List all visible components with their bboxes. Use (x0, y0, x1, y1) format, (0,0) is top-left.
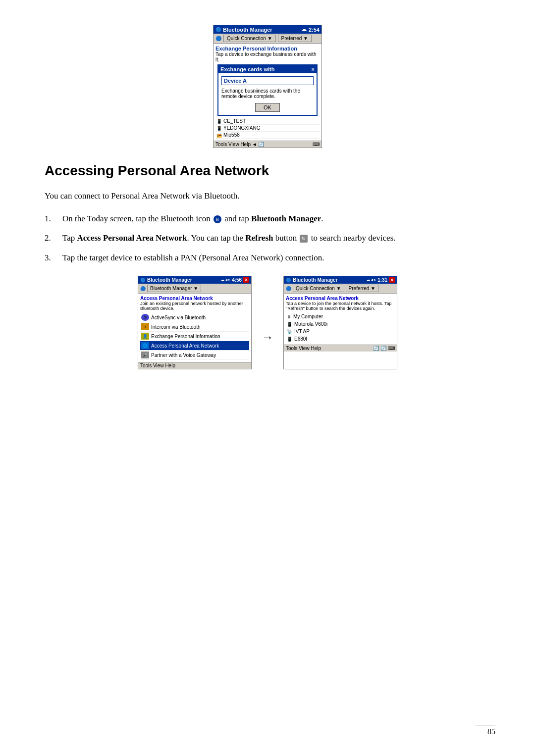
right-device-2[interactable]: 📡 IVT AP (286, 328, 395, 335)
settings-icon-right[interactable]: 🔄 (380, 346, 386, 351)
device-name-2: Mio558 (223, 132, 240, 138)
device-name-0: CE_TEST (223, 118, 246, 124)
right-logo-icon: 🔵 (286, 278, 291, 283)
dialog-message: Exchange busniiness cards with the remot… (221, 88, 314, 99)
menu-icon-3: 🌐 (141, 342, 149, 349)
right-device-label-1: Motorola V600i (294, 321, 327, 327)
bluetooth-manager-text: Bluetooth Manager (251, 214, 321, 223)
right-section-title: Access Personal Area Network (286, 296, 395, 301)
right-device-label-0: My Computer (293, 314, 323, 319)
right-device-icon-1: 📱 (287, 322, 292, 327)
right-bottom-text: Tools View Help (286, 346, 321, 351)
access-pan-text: Access Personal Area Network (77, 233, 187, 243)
left-section-title: Access Personal Area Network (140, 296, 249, 301)
left-signal: ☁◄€ (220, 278, 230, 282)
device-list: 📱 CE_TEST 📱 YEDONGXIANG 📻 Mio558 (215, 118, 320, 139)
left-app-name: Bluetooth Manager (147, 277, 192, 283)
top-phone-screen: 🔵 Bluetooth Manager ☁ 2:54 🔵 Quick Conne… (213, 25, 322, 148)
step-1: 1. On the Today screen, tap the Bluetoot… (45, 212, 490, 225)
right-device-3[interactable]: 📱 E680I (286, 335, 395, 343)
refresh-icon-right[interactable]: 🔄 (373, 346, 379, 351)
keyboard-icon-right: ⌨ (388, 346, 395, 351)
left-screen: 🔵 Bluetooth Manager ☁◄€ 4:56 × 🔵 Bluetoo… (138, 276, 252, 369)
menu-label-1: Intercom via Bluetooth (151, 324, 201, 330)
left-bt-manager-btn[interactable]: Bluetooth Manager ▼ (147, 285, 201, 292)
top-screenshot-area: 🔵 Bluetooth Manager ☁ 2:54 🔵 Quick Conne… (40, 25, 495, 148)
step-2: 2. Tap Access Personal Area Network. You… (45, 232, 490, 245)
right-content: Access Personal Area Network Tap a devic… (284, 294, 397, 345)
keyboard-icon: ⌨ (313, 142, 320, 147)
menu-icon-2: 👤 (141, 333, 149, 340)
left-content: Access Personal Area Network Join an exi… (138, 294, 251, 362)
step-2-text: Tap Access Personal Area Network. You ca… (62, 232, 490, 245)
device-item-1[interactable]: 📱 YEDONGXIANG (215, 125, 320, 132)
right-bottom-icons: 🔄 🔄 ⌨ (373, 346, 395, 351)
device-item-0[interactable]: 📱 CE_TEST (215, 118, 320, 125)
bt-icon-left: 🔵 (140, 286, 146, 291)
preferred-btn[interactable]: Preferred ▼ (278, 35, 312, 42)
dialog-ok-button[interactable]: OK (255, 103, 280, 112)
top-app-name: Bluetooth Manager (223, 27, 272, 33)
right-screen: 🔵 Bluetooth Manager ☁◄€ 1:31 × 🔵 Quick C… (283, 276, 397, 369)
right-app-name: Bluetooth Manager (293, 277, 338, 283)
bt-small-icon: 🔵 (215, 36, 221, 41)
left-bottom-text: Tools View Help (140, 363, 175, 368)
signal-icon: ☁ (301, 26, 307, 33)
device-icon-0: 📱 (216, 119, 222, 124)
device-icon-2: 📻 (216, 133, 222, 138)
menu-item-3[interactable]: 🌐 Access Personal Area Network (140, 341, 249, 351)
menu-item-1[interactable]: ♪ Intercom via Bluetooth (140, 322, 249, 332)
left-toolbar: 🔵 Bluetooth Manager ▼ (138, 284, 251, 294)
right-toolbar: 🔵 Quick Connection ▼ Preferred ▼ (284, 284, 397, 294)
intro-text: You can connect to Personal Area Network… (45, 190, 490, 202)
menu-label-4: Partner with a Voice Gateway (151, 353, 216, 358)
bt-logo-icon: 🔵 (215, 27, 221, 32)
menu-item-0[interactable]: ⟳ ActiveSync via Bluetooth (140, 313, 249, 322)
dialog-device-name: Device A (221, 76, 314, 85)
step-1-number: 1. (45, 212, 62, 225)
right-arrow: → (262, 331, 273, 344)
arrow-icon: → (262, 276, 273, 369)
right-title-bar: 🔵 Bluetooth Manager ☁◄€ 1:31 × (284, 276, 397, 284)
refresh-icon-inline: ↻ (300, 235, 308, 243)
right-device-label-3: E680I (294, 336, 307, 342)
right-device-0[interactable]: 🖥 My Computer (286, 313, 395, 320)
step-2-number: 2. (45, 232, 62, 245)
top-title-bar: 🔵 Bluetooth Manager ☁ 2:54 (214, 25, 321, 34)
menu-icon-4: 🎤 (141, 352, 149, 358)
left-menu-list: ⟳ ActiveSync via Bluetooth ♪ Intercom vi… (140, 313, 249, 360)
top-toolbar: 🔵 Quick Connection ▼ Preferred ▼ (214, 34, 321, 44)
right-device-1[interactable]: 📱 Motorola V600i (286, 320, 395, 328)
left-section-desc: Join an existing personal network hosted… (140, 301, 249, 311)
right-device-list: 🖥 My Computer 📱 Motorola V600i 📡 IVT AP (286, 313, 395, 343)
left-bottom-bar: Tools View Help (138, 362, 251, 369)
menu-item-4[interactable]: 🎤 Partner with a Voice Gateway (140, 351, 249, 360)
dialog-close-btn[interactable]: × (312, 66, 315, 72)
top-time: 2:54 (309, 27, 320, 33)
device-item-2[interactable]: 📻 Mio558 (215, 132, 320, 139)
right-device-icon-0: 🖥 (287, 314, 291, 319)
menu-icon-0: ⟳ (141, 314, 149, 321)
right-quick-connection-btn[interactable]: Quick Connection ▼ (293, 285, 344, 292)
menu-label-0: ActiveSync via Bluetooth (151, 315, 206, 320)
dialog-title-bar: Exchange cards with × (218, 65, 317, 73)
step-3: 3. Tap the target device to establish a … (45, 252, 490, 264)
device-name-1: YEDONGXIANG (223, 125, 260, 131)
right-device-icon-2: 📡 (287, 329, 292, 334)
step-1-text: On the Today screen, tap the Bluetooth i… (62, 212, 490, 225)
right-close-btn[interactable]: × (389, 277, 395, 283)
bt-icon-right: 🔵 (286, 286, 291, 291)
page-number: 85 (476, 725, 495, 736)
right-device-icon-3: 📱 (287, 337, 292, 342)
menu-item-2[interactable]: 👤 Exchange Personal Information (140, 332, 249, 341)
section-heading: Accessing Personal Area Network (45, 163, 490, 181)
top-content: Exchange Personal Information Tap a devi… (214, 44, 321, 141)
left-close-btn[interactable]: × (243, 277, 249, 283)
right-preferred-btn[interactable]: Preferred ▼ (346, 285, 378, 292)
steps-list: 1. On the Today screen, tap the Bluetoot… (45, 212, 490, 264)
menu-label-2: Exchange Personal Information (151, 334, 220, 339)
quick-connection-btn[interactable]: Quick Connection ▼ (223, 35, 276, 42)
bottom-screenshots: 🔵 Bluetooth Manager ☁◄€ 4:56 × 🔵 Bluetoo… (45, 276, 490, 369)
left-logo-icon: 🔵 (140, 278, 146, 283)
exchange-dialog: Exchange cards with × Device A Exchange … (217, 64, 318, 116)
